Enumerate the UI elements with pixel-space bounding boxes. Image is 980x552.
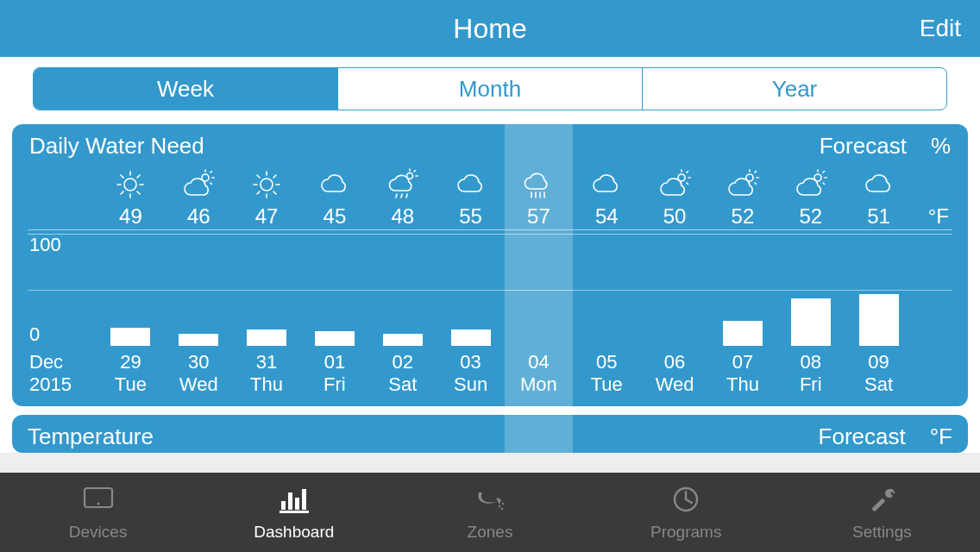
dow-label: Tue	[573, 373, 641, 396]
svg-point-1	[97, 502, 99, 505]
devices-icon	[80, 484, 116, 519]
temp-value: 55	[437, 204, 505, 229]
svg-rect-6	[280, 511, 309, 513]
temp-value: 48	[368, 204, 437, 229]
cloud-icon	[301, 165, 369, 204]
dow-label: Thu	[709, 373, 777, 396]
year-label: 2015	[28, 373, 97, 396]
percent-label: %	[931, 133, 951, 160]
settings-icon	[864, 484, 900, 519]
page-title: Home	[453, 13, 526, 45]
date-label: 06	[641, 351, 709, 373]
today-highlight	[505, 415, 573, 453]
date-label: 29	[97, 351, 165, 373]
tab-bar: DevicesDashboardZonesProgramsSettings	[0, 473, 980, 552]
partly-icon	[165, 165, 233, 204]
dow-label: Thu	[233, 373, 301, 396]
partly-rain-icon	[368, 165, 437, 204]
date-label: 08	[776, 351, 845, 373]
svg-rect-3	[288, 492, 292, 510]
edit-button[interactable]: Edit	[920, 15, 961, 42]
temp-value: 54	[573, 204, 641, 229]
dow-label: Wed	[641, 373, 709, 396]
seg-week[interactable]: Week	[34, 68, 338, 110]
temperature-card: Temperature Forecast °F	[12, 415, 968, 453]
tab-label: Devices	[69, 523, 128, 542]
svg-point-7	[499, 505, 500, 506]
bar	[383, 334, 423, 346]
temperature-row: 494647454855575450525251°F	[28, 204, 952, 230]
bar	[859, 294, 899, 346]
temp-value: 52	[776, 204, 845, 229]
seg-month[interactable]: Month	[338, 68, 643, 110]
temp-value: 45	[301, 204, 369, 229]
date-label: 05	[573, 351, 641, 373]
cards-area: Daily Water Need Forecast % 494647454855…	[0, 117, 980, 453]
cloud-icon	[573, 165, 641, 204]
dow-label: Tue	[97, 373, 165, 396]
bar-container	[97, 234, 913, 346]
bar	[179, 334, 218, 346]
y-axis-100: 100	[29, 234, 61, 256]
y-axis-0: 0	[29, 323, 40, 346]
tab-dashboard[interactable]: Dashboard	[196, 473, 392, 552]
bar	[247, 329, 286, 347]
seg-year[interactable]: Year	[643, 68, 946, 110]
temp-value: 51	[845, 204, 913, 229]
programs-icon	[668, 484, 704, 519]
tab-programs[interactable]: Programs	[588, 473, 784, 552]
date-label: 09	[845, 351, 913, 373]
date-label: 03	[437, 351, 505, 373]
cloud-icon	[437, 165, 505, 204]
tab-label: Dashboard	[254, 523, 334, 542]
svg-rect-4	[295, 498, 299, 510]
card-title: Daily Water Need	[29, 133, 204, 160]
dow-label: Fri	[776, 373, 845, 396]
date-label: 31	[233, 351, 301, 373]
svg-rect-13	[872, 498, 886, 511]
bar	[110, 328, 150, 346]
svg-rect-5	[302, 489, 306, 510]
date-label: 01	[301, 351, 369, 373]
temp-value: 50	[641, 204, 709, 229]
cloud-icon	[845, 165, 913, 204]
forecast-label: Forecast	[820, 133, 907, 160]
partly-icon	[709, 165, 777, 204]
svg-rect-2	[281, 501, 286, 510]
partly-icon	[641, 165, 709, 204]
dow-row: 2015TueWedThuFriSatSunMonTueWedThuFriSat	[28, 373, 952, 396]
segmented-wrap: WeekMonthYear	[0, 57, 980, 117]
tab-zones[interactable]: Zones	[392, 473, 587, 552]
dow-label: Sat	[368, 373, 437, 396]
card-title: Temperature	[28, 423, 154, 450]
tab-label: Settings	[852, 523, 912, 542]
temp-unit: °F	[913, 204, 952, 229]
top-bar: Home Edit	[0, 0, 980, 57]
bar	[791, 298, 831, 346]
tab-label: Zones	[468, 523, 513, 542]
sun-icon	[233, 165, 301, 204]
month-label: Dec	[28, 351, 97, 373]
unit-label: °F	[930, 423, 952, 450]
bar	[315, 331, 355, 346]
dow-label: Sat	[845, 373, 913, 396]
date-row: Dec293031010203040506070809	[28, 351, 952, 373]
tab-label: Programs	[650, 523, 721, 542]
temp-value: 49	[97, 204, 165, 229]
svg-point-8	[502, 502, 504, 504]
dow-label: Fri	[301, 373, 369, 396]
temp-value: 52	[709, 204, 777, 229]
sun-icon	[97, 165, 165, 204]
tab-settings[interactable]: Settings	[784, 473, 980, 552]
daily-water-need-card: Daily Water Need Forecast % 494647454855…	[12, 124, 968, 406]
water-need-chart: 100 0	[28, 234, 952, 346]
range-segmented-control[interactable]: WeekMonthYear	[33, 67, 947, 110]
dashboard-icon	[276, 484, 312, 519]
tab-devices[interactable]: Devices	[0, 473, 196, 552]
date-label: 02	[368, 351, 437, 373]
card-header: Daily Water Need Forecast %	[28, 133, 952, 160]
icon-row	[28, 165, 952, 204]
svg-line-12	[686, 499, 692, 503]
bar	[723, 321, 763, 346]
date-label: 30	[165, 351, 233, 373]
